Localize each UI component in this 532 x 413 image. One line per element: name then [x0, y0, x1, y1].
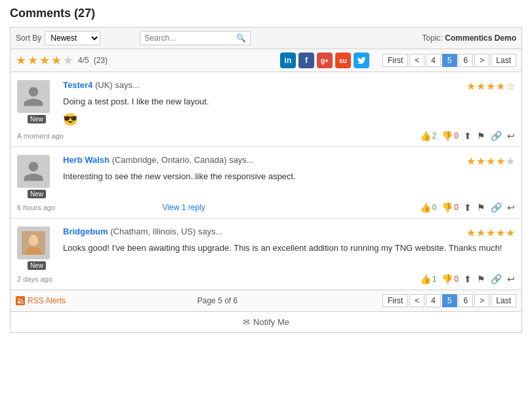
view-reply-2[interactable]: View 1 reply	[163, 203, 205, 212]
notify-me-button[interactable]: ✉ Notify Me	[243, 317, 289, 327]
comment-footer-1: A moment ago 👍 2 👎 0 ⬆ ⚑ 🔗 ↩	[17, 131, 515, 141]
like-count-1: 2	[432, 131, 437, 141]
page-6-bottom[interactable]: 6	[459, 294, 474, 307]
notify-me-label: Notify Me	[253, 317, 289, 327]
link-btn-3[interactable]: 🔗	[491, 274, 502, 284]
page-first-top[interactable]: First	[382, 54, 408, 67]
envelope-icon: ✉	[243, 317, 250, 327]
default-avatar-icon-2	[22, 160, 45, 183]
facebook-icon[interactable]: f	[298, 53, 314, 68]
twitter-icon[interactable]	[354, 53, 369, 68]
page-prev-bottom[interactable]: <	[409, 294, 424, 307]
page-4-bottom[interactable]: 4	[426, 294, 441, 307]
comment-time-2: 6 hours ago	[17, 204, 55, 211]
dislike-count-2: 0	[454, 203, 459, 212]
flag-btn-3[interactable]: ⚑	[477, 274, 485, 284]
sort-select[interactable]: Newest Oldest Top Rated	[45, 31, 100, 45]
author-location-1: (UK) says...	[95, 80, 140, 90]
page-info-bottom: Page 5 of 6	[197, 296, 237, 305]
author-link-2[interactable]: Herb Walsh	[63, 155, 110, 165]
linkedin-icon[interactable]: in	[280, 53, 296, 68]
dislike-btn-2[interactable]: 👎 0	[441, 202, 459, 213]
comment-text-2: Interesting to see the new version..like…	[63, 170, 515, 183]
author-location-3: (Chatham, Illinois, US) says...	[110, 227, 222, 236]
reply-btn-3[interactable]: ↩	[507, 274, 515, 284]
thumbs-up-icon-2: 👍	[420, 202, 431, 213]
like-count-3: 1	[432, 274, 437, 284]
like-btn-1[interactable]: 👍 2	[420, 131, 437, 141]
reply-btn-2[interactable]: ↩	[507, 202, 515, 213]
rss-symbol	[17, 297, 24, 304]
flag-btn-2[interactable]: ⚑	[477, 202, 485, 213]
link-btn-2[interactable]: 🔗	[491, 202, 502, 213]
like-count-2: 0	[432, 203, 437, 212]
stars-display: ★ ★ ★ ★ ★ 4/5 (23)	[16, 53, 108, 68]
comment-item-1: New Tester4 (UK) says... ★ ★ ★ ★	[10, 72, 522, 147]
dislike-btn-1[interactable]: 👎 0	[441, 131, 459, 141]
stumbleupon-icon[interactable]: su	[335, 53, 351, 68]
new-badge-1: New	[28, 115, 46, 123]
dislike-count-3: 0	[454, 274, 459, 284]
search-input[interactable]	[144, 33, 236, 43]
avatar-wrap-3: New	[17, 227, 56, 270]
new-badge-3: New	[28, 261, 46, 270]
avatar-1	[17, 80, 50, 113]
star-5: ★	[63, 53, 73, 68]
like-btn-3[interactable]: 👍 1	[420, 274, 437, 284]
comment-actions-2: 👍 0 👎 0 ⬆ ⚑ 🔗 ↩	[420, 202, 515, 213]
page-last-bottom[interactable]: Last	[491, 294, 516, 307]
comment-header-1: New Tester4 (UK) says... ★ ★ ★ ★	[17, 80, 515, 127]
share-btn-3[interactable]: ⬆	[464, 274, 472, 284]
avatar-3	[17, 227, 50, 259]
author-link-3[interactable]: Bridgebum	[63, 227, 108, 236]
page-5-bottom[interactable]: 5	[442, 294, 457, 307]
page-next-bottom[interactable]: >	[474, 294, 489, 307]
page-5-top[interactable]: 5	[442, 54, 457, 67]
page-next-top[interactable]: >	[474, 54, 489, 67]
page-prev-top[interactable]: <	[409, 54, 424, 67]
rss-link[interactable]: RSS Alerts	[16, 296, 66, 305]
reply-btn-1[interactable]: ↩	[507, 131, 515, 141]
page-title: Comments (27)	[10, 7, 522, 20]
share-btn-2[interactable]: ⬆	[464, 202, 472, 213]
comment-body-1: Tester4 (UK) says... ★ ★ ★ ★ ☆ Doing a t…	[63, 80, 515, 127]
comment-time-1: A moment ago	[17, 132, 64, 140]
search-icon: 🔍	[236, 33, 246, 43]
dislike-btn-3[interactable]: 👎 0	[441, 274, 459, 284]
comment-footer-3: 2 days ago 👍 1 👎 0 ⬆ ⚑ 🔗 ↩	[17, 274, 515, 284]
topic-name: Commentics Demo	[445, 33, 516, 43]
sort-by-label: Sort By	[16, 33, 41, 43]
share-btn-1[interactable]: ⬆	[464, 131, 472, 141]
comment-actions-3: 👍 1 👎 0 ⬆ ⚑ 🔗 ↩	[420, 274, 515, 284]
comment-item-3: New Bridgebum (Chatham, Illinois, US) sa…	[10, 219, 522, 290]
avatar-wrap-2: New	[17, 155, 56, 198]
like-btn-2[interactable]: 👍 0	[420, 202, 437, 213]
svg-point-4	[29, 234, 38, 245]
comment-rating-3: ★ ★ ★ ★ ★	[466, 227, 515, 239]
avatar-2	[17, 155, 50, 188]
page-first-bottom[interactable]: First	[382, 294, 408, 307]
star-4: ★	[51, 53, 62, 68]
author-location-2: (Cambridge, Ontario, Canada) says...	[112, 155, 254, 165]
default-avatar-icon-1	[22, 85, 45, 108]
comments-container: New Tester4 (UK) says... ★ ★ ★ ★	[10, 72, 522, 290]
page-last-top[interactable]: Last	[491, 54, 516, 67]
comment-time-3: 2 days ago	[17, 275, 52, 283]
pagination-top: First < 4 5 6 > Last	[382, 54, 516, 67]
search-box[interactable]: 🔍	[140, 31, 251, 45]
comment-text-3: Looks good! I've been awaiting this upgr…	[63, 242, 515, 255]
notify-bar: ✉ Notify Me	[10, 312, 522, 333]
comment-header-3: New Bridgebum (Chatham, Illinois, US) sa…	[17, 227, 515, 270]
flag-btn-1[interactable]: ⚑	[477, 131, 485, 141]
author-link-1[interactable]: Tester4	[63, 80, 92, 90]
page-6-top[interactable]: 6	[459, 54, 474, 67]
link-btn-1[interactable]: 🔗	[491, 131, 502, 141]
toolbar: Sort By Newest Oldest Top Rated 🔍 Topic:…	[10, 27, 522, 49]
googleplus-icon[interactable]: g+	[317, 53, 333, 68]
comment-footer-2: 6 hours ago View 1 reply 👍 0 👎 0 ⬆ ⚑ 🔗 ↩	[17, 202, 515, 213]
avatar-wrap-1: New	[17, 80, 56, 123]
dislike-count-1: 0	[454, 131, 459, 141]
page-4-top[interactable]: 4	[426, 54, 441, 67]
pagination-bottom: First < 4 5 6 > Last	[382, 294, 516, 307]
comment-item-2: New Herb Walsh (Cambridge, Ontario, Cana…	[10, 147, 522, 219]
